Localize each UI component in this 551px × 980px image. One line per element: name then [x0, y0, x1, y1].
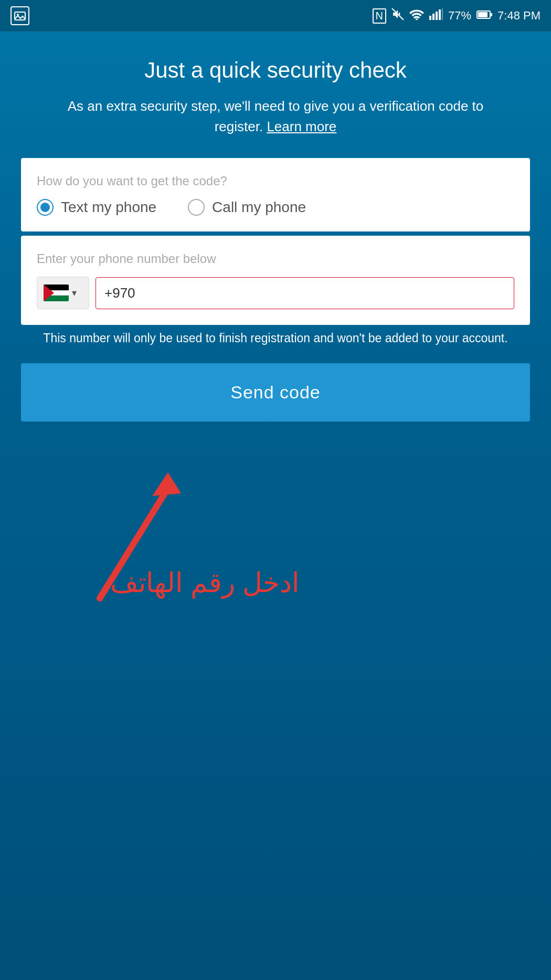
svg-rect-8: [442, 8, 443, 20]
battery-icon: [476, 9, 492, 23]
status-bar-right: N 77%: [373, 8, 541, 24]
palestine-flag: [44, 284, 69, 301]
svg-rect-4: [429, 16, 431, 20]
svg-marker-13: [152, 472, 181, 496]
svg-rect-10: [478, 12, 488, 17]
code-method-card: How do you want to get the code? Text my…: [21, 158, 530, 231]
battery-percentage: 77%: [448, 9, 471, 23]
svg-rect-0: [15, 12, 25, 20]
call-my-phone-option[interactable]: Call my phone: [188, 199, 306, 216]
learn-more-link[interactable]: Learn more: [267, 119, 336, 134]
status-bar: N 77%: [0, 0, 551, 31]
send-code-button[interactable]: Send code: [21, 363, 530, 421]
phone-input-label: Enter your phone number below: [37, 251, 514, 266]
wifi-icon: [409, 8, 424, 23]
arabic-annotation-text: ادخل رقم الهاتف: [110, 567, 299, 598]
svg-rect-7: [439, 9, 441, 20]
text-radio-button[interactable]: [37, 199, 54, 216]
phone-number-input[interactable]: [137, 285, 505, 301]
mute-icon: [391, 8, 404, 24]
call-my-phone-label: Call my phone: [212, 199, 306, 216]
dropdown-arrow-icon: ▾: [72, 287, 77, 299]
annotation-container: ادخل رقم الهاتف: [37, 446, 299, 604]
gallery-icon: [10, 6, 29, 25]
main-content: Just a quick security check As an extra …: [0, 31, 551, 442]
phone-input-card: Enter your phone number below ▾ +970: [21, 236, 530, 325]
svg-rect-6: [436, 12, 438, 20]
page-subtitle: As an extra security step, we'll need to…: [66, 96, 485, 137]
code-method-label: How do you want to get the code?: [37, 174, 514, 188]
call-radio-button[interactable]: [188, 199, 205, 216]
phone-input-row: ▾ +970: [37, 277, 514, 309]
radio-group: Text my phone Call my phone: [37, 199, 514, 216]
time: 7:48 PM: [497, 9, 541, 23]
svg-rect-11: [491, 13, 492, 16]
svg-point-3: [416, 18, 418, 20]
nfc-icon: N: [373, 8, 386, 24]
text-my-phone-label: Text my phone: [61, 199, 156, 216]
status-bar-left: [10, 6, 29, 25]
country-code-prefix: +970: [104, 285, 135, 301]
text-my-phone-option[interactable]: Text my phone: [37, 199, 156, 216]
page-title: Just a quick security check: [144, 58, 407, 83]
country-selector[interactable]: ▾: [37, 277, 89, 309]
signal-icon: [429, 8, 443, 23]
svg-rect-5: [432, 14, 435, 20]
phone-input-wrapper[interactable]: +970: [96, 277, 514, 309]
disclaimer-text: This number will only be used to finish …: [33, 329, 518, 347]
